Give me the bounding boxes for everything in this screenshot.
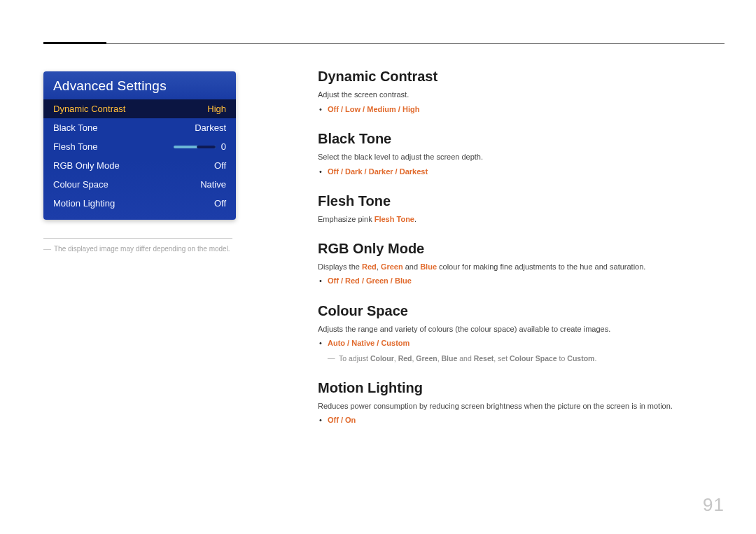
row-value: High: [207, 104, 226, 114]
right-column: Dynamic Contrast Adjust the screen contr…: [318, 69, 717, 442]
section-heading: Dynamic Contrast: [318, 69, 717, 85]
note-text: To adjust: [339, 354, 370, 363]
section-colour-space: Colour Space Adjusts the range and varie…: [318, 303, 717, 365]
note-text: and: [457, 354, 473, 363]
panel-row-rgb-only-mode[interactable]: RGB Only Mode Off: [43, 156, 236, 175]
section-dynamic-contrast: Dynamic Contrast Adjust the screen contr…: [318, 69, 717, 115]
panel-row-black-tone[interactable]: Black Tone Darkest: [43, 118, 236, 137]
note-kw: Blue: [442, 354, 458, 363]
note-kw: Colour: [370, 354, 394, 363]
panel-row-dynamic-contrast[interactable]: Dynamic Contrast High: [43, 99, 236, 118]
option-sep: /: [363, 167, 369, 176]
top-rule-thick: [43, 42, 106, 44]
option-sep: /: [388, 276, 395, 285]
option-sep: /: [360, 105, 367, 113]
desc-text: and: [403, 262, 420, 271]
subnote-dash-icon: ―: [328, 353, 335, 365]
option: Native: [351, 339, 374, 347]
option-sep: /: [339, 105, 345, 113]
section-desc: Reduces power consumption by reducing sc…: [318, 400, 717, 412]
row-label: Flesh Tone: [53, 141, 97, 152]
note-text: .: [594, 354, 596, 363]
options-line: Off / Red / Green / Blue: [318, 275, 717, 288]
note-kw: Green: [416, 354, 437, 363]
desc-text: .: [414, 215, 416, 223]
options-line: Off / On: [318, 414, 717, 427]
slider-fill: [197, 146, 216, 148]
desc-blue: Blue: [420, 262, 437, 271]
section-heading: RGB Only Mode: [318, 241, 717, 257]
note-kw: Red: [398, 354, 412, 363]
footnote-text: The displayed image may differ depending…: [54, 245, 230, 253]
option-sep: /: [339, 167, 345, 176]
panel-row-flesh-tone[interactable]: Flesh Tone 0: [43, 137, 236, 156]
row-value: Darkest: [195, 122, 226, 133]
option-sep: /: [339, 276, 345, 285]
section-heading: Colour Space: [318, 303, 717, 319]
row-value: 0: [221, 141, 226, 152]
note-text: to: [557, 354, 568, 363]
section-black-tone: Black Tone Select the black level to adj…: [318, 131, 717, 178]
option: Green: [366, 276, 388, 285]
desc-bold: Flesh Tone: [374, 215, 414, 223]
section-heading: Black Tone: [318, 131, 717, 147]
row-value: Off: [214, 160, 226, 171]
section-heading: Flesh Tone: [318, 193, 717, 209]
option: Low: [345, 105, 360, 113]
option: Medium: [367, 105, 396, 113]
option: On: [345, 416, 356, 424]
panel-row-motion-lighting[interactable]: Motion Lighting Off: [43, 194, 236, 213]
option: Darkest: [400, 167, 428, 176]
top-rule: [43, 43, 724, 44]
option-sep: /: [345, 339, 351, 347]
page-number: 91: [703, 494, 724, 516]
row-label: Motion Lighting: [53, 198, 115, 209]
row-label: Colour Space: [53, 179, 108, 190]
footnote-dash-icon: ―: [43, 244, 51, 253]
row-label: Dynamic Contrast: [53, 104, 125, 114]
option: Off: [328, 276, 339, 285]
slider-track[interactable]: [174, 146, 216, 148]
section-rgb-only-mode: RGB Only Mode Displays the Red, Green an…: [318, 241, 717, 288]
desc-green: Green: [381, 262, 403, 271]
option-sep: /: [396, 105, 402, 113]
option: Off: [328, 105, 339, 113]
row-label: RGB Only Mode: [53, 160, 120, 171]
option: Custom: [381, 339, 410, 347]
manual-page: Advanced Settings Dynamic Contrast High …: [0, 0, 756, 534]
panel-padding: [43, 213, 236, 220]
option: Blue: [395, 276, 412, 285]
row-value: Native: [200, 179, 226, 190]
row-label: Black Tone: [53, 122, 97, 133]
note-kw: Colour Space: [510, 354, 557, 363]
section-motion-lighting: Motion Lighting Reduces power consumptio…: [318, 380, 717, 427]
row-value: Off: [214, 198, 226, 209]
options-line: Off / Low / Medium / High: [318, 104, 717, 116]
option-sep: /: [339, 416, 345, 424]
note-kw: Reset: [474, 354, 494, 363]
note-text: , set: [493, 354, 510, 363]
option-sep: /: [393, 167, 400, 176]
panel-row-colour-space[interactable]: Colour Space Native: [43, 175, 236, 194]
options-line: Off / Dark / Darker / Darkest: [318, 166, 717, 178]
option: Red: [345, 276, 360, 285]
option: Off: [328, 416, 339, 424]
desc-text: colour for making fine adjustments to th…: [437, 262, 645, 271]
desc-text: Emphasize pink: [318, 215, 374, 223]
left-divider: [43, 238, 232, 239]
section-desc: Select the black level to adjust the scr…: [318, 151, 717, 163]
option-sep: /: [360, 276, 366, 285]
left-footnote: ―The displayed image may differ dependin…: [43, 243, 236, 255]
panel-title: Advanced Settings: [43, 71, 236, 99]
section-heading: Motion Lighting: [318, 380, 717, 396]
section-flesh-tone: Flesh Tone Emphasize pink Flesh Tone.: [318, 193, 717, 225]
section-desc: Emphasize pink Flesh Tone.: [318, 213, 717, 225]
note-kw: Custom: [567, 354, 594, 363]
option: Auto: [328, 339, 345, 347]
option: Dark: [345, 167, 362, 176]
option: Darker: [369, 167, 393, 176]
option: Off: [328, 167, 339, 176]
row-slider-group: 0: [174, 141, 226, 152]
settings-panel: Advanced Settings Dynamic Contrast High …: [43, 71, 236, 220]
left-column: Advanced Settings Dynamic Contrast High …: [43, 71, 236, 255]
